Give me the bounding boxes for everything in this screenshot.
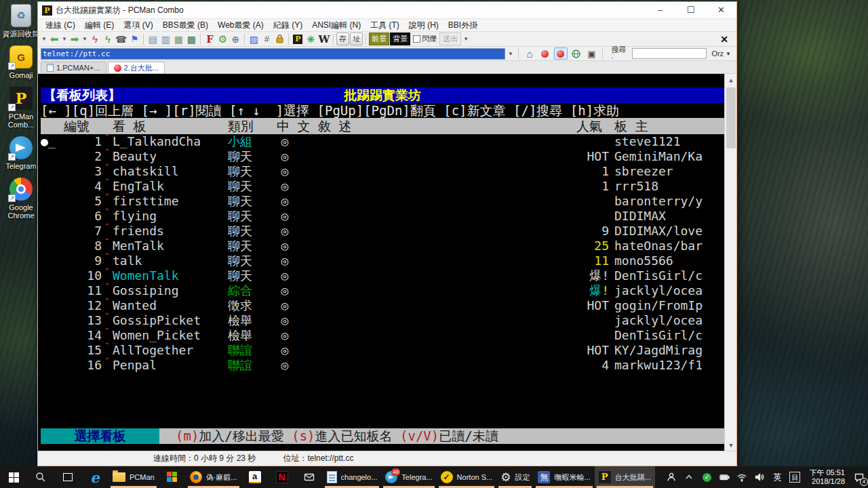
address-input[interactable] (41, 48, 505, 60)
search-input[interactable] (632, 48, 707, 59)
bbs-terminal[interactable]: 批踢踢實業坊 【看板列表】 [← ][q]回上層 [→ ][r]閱讀 [↑ ↓ … (38, 74, 736, 451)
board-row-AllTogether[interactable]: 15˙AllTogether聯誼◎[歐兔] 發文前請先看置底板規喔HOTKY/J… (41, 343, 724, 358)
back-icon[interactable]: ⬅ (48, 33, 60, 45)
board-row-friends[interactable]: 7˙friends聊天◎[朋友] ≫ 違規文直接砍文水桶囉9DIDIMAX/lo… (41, 224, 724, 239)
wifi-icon[interactable] (733, 466, 751, 488)
menu-item-7[interactable]: 工具 (T) (366, 20, 404, 31)
people-icon[interactable] (663, 466, 680, 488)
notification-center-icon[interactable]: 4 (850, 466, 868, 488)
terminal-scrollbar[interactable]: ▲ ▼ (724, 74, 736, 451)
board-row-Beauty[interactable]: 2˙Beauty聊天◎《表特板》意淫文字板規新修訂HOTGeminiMan/Ka (41, 149, 724, 164)
board-row-EngTalk[interactable]: 4˙EngTalk聊天◎Welcome to Engtalk1rrr518 (41, 179, 724, 194)
menu-item-1[interactable]: 編輯 (E) (80, 20, 119, 31)
forward-icon[interactable]: ➡ (68, 33, 81, 45)
menu-item-3[interactable]: BBS最愛 (B) (158, 20, 213, 31)
paste-icon[interactable]: ▦ (172, 33, 184, 45)
board-row-MenTalk[interactable]: 8˙MenTalk聊天◎[男孩] 這裡都是金城武Y(￣▽￣)Y25hateOna… (41, 239, 724, 253)
board-row-L_TalkandCha[interactable]: ●_1˙L_TalkandCha小組◎嗑瓜子聊天組務板steve1121 (41, 134, 724, 149)
board-row-Women_Picket[interactable]: 14˙Women_Picket檢舉◎[女板/檢舉板] 陪審制度試營運中DenTi… (41, 328, 724, 343)
board-row-flying[interactable]: 6˙flying聊天◎忽然變成了希望版似的DIDIMAX (41, 209, 724, 224)
reconnect-icon[interactable]: ϟ (102, 33, 114, 45)
calc-icon[interactable]: # (260, 33, 273, 45)
background-color-button[interactable]: 背景 (390, 33, 410, 45)
close-button[interactable]: ✕ (706, 2, 736, 18)
disconnect-icon[interactable]: ϟ (89, 33, 101, 45)
ime-mode-icon[interactable]: 目 (786, 466, 804, 488)
pcman-logo-icon[interactable]: P (292, 33, 304, 45)
menu-item-9[interactable]: BBI外掛 (443, 20, 482, 31)
menu-item-6[interactable]: ANSI編輯 (N) (307, 20, 366, 31)
board-row-WomenTalk[interactable]: 10˙WomenTalk聊天◎[女板] 板主選舉，投票進行中。爆!DenTisG… (41, 268, 724, 283)
ansi-editor-icon[interactable]: ▨ (248, 33, 260, 45)
desktop-icon-gomaji[interactable]: G↗Gomaji (1, 44, 41, 79)
lock-icon[interactable] (273, 33, 285, 45)
paste-bbs-icon[interactable]: ▩ (185, 33, 197, 45)
back-dropdown-icon[interactable]: ▼ (41, 33, 47, 45)
tab-1-pcman[interactable]: 1.PCMAN+... (41, 62, 106, 73)
desktop-icon-telegram[interactable]: ↗Telegram (1, 135, 41, 170)
address-dropdown-icon[interactable]: ▼ (507, 47, 514, 60)
plugin-icon[interactable]: ✳ (304, 33, 317, 45)
send-button[interactable]: 送出 (439, 33, 461, 45)
scroll-down-icon[interactable]: ▼ (725, 439, 736, 451)
board-row-GossipPicket[interactable]: 13˙GossipPicket檢舉◎[八卦檢舉板]jacklyl/ocea (41, 313, 724, 328)
font-icon[interactable]: F (203, 33, 216, 45)
battery-icon[interactable] (715, 466, 733, 488)
address-kanji-button[interactable]: 址 (350, 33, 363, 45)
copy-icon[interactable]: ▤ (146, 33, 159, 45)
desktop-icon-recycle-bin[interactable]: ♻資源回收筒 (1, 3, 41, 38)
taskbar-clock[interactable]: 下午 05:512018/1/28 (804, 466, 850, 488)
add-bookmark-icon[interactable]: ⚑ (128, 33, 140, 45)
volume-icon[interactable] (751, 466, 768, 488)
maximize-button[interactable]: ☐ (675, 2, 706, 18)
minimize-button[interactable]: – (645, 2, 675, 18)
board-row-talk[interactable]: 9˙talk聊天◎[聊天] 擒人節 (つ●＿●)づ可魯~11mono5566 (41, 253, 724, 268)
terminal-window-icon[interactable]: ▣ (585, 47, 599, 60)
save-kanji-button[interactable]: 存 (336, 33, 349, 45)
toolbar-close-icon[interactable]: ✕ (715, 34, 734, 45)
blink-checkbox[interactable]: 閃爍 (413, 34, 437, 44)
taskbar-pcman-folder[interactable]: PCMan (108, 466, 159, 488)
bbs-site-icon[interactable] (538, 47, 552, 60)
home-icon[interactable]: ⌂ (523, 47, 536, 60)
taskbar-search-button[interactable] (27, 466, 54, 488)
start-button[interactable] (0, 466, 27, 488)
settings-gear-icon[interactable]: ⚙ (216, 33, 229, 45)
board-row-Wanted[interactable]: 12˙Wanted徵求◎[汪踢]版主偽物沒新招 只能mo騷擾HOTgogin/F… (41, 298, 724, 313)
menu-item-8[interactable]: 說明 (H) (404, 20, 443, 31)
taskbar-pcman-app[interactable]: P台大批踢... (595, 466, 655, 488)
taskbar-telegram[interactable]: 40Telegra... (381, 466, 436, 488)
taskbar-norton[interactable]: ✓Norton S... (437, 466, 497, 488)
bbs-site-active-icon[interactable] (554, 47, 568, 60)
board-row-chatskill[interactable]: 3˙chatskill聊天◎[溝通技巧版]1sbreezer (41, 164, 724, 179)
search-engine-dropdown[interactable]: Orz▼ (709, 49, 734, 58)
taskbar-store[interactable] (159, 466, 186, 488)
taskbar-boshiamy[interactable]: 無嘸蝦米輸... (534, 466, 594, 488)
foreground-color-button[interactable]: 前景 (369, 33, 389, 45)
ime-language-indicator[interactable]: 英 (768, 466, 786, 488)
wikipedia-icon[interactable]: W (317, 33, 330, 45)
window-titlebar[interactable]: P 台大批踢踢實業坊 - PCMan Combo – ☐ ✕ (38, 2, 736, 18)
copy-ansi-icon[interactable]: ▥ (159, 33, 172, 45)
send-dropdown-icon[interactable]: ▼ (462, 33, 469, 45)
taskbar-amazon[interactable]: a (241, 466, 269, 488)
antivirus-tray-icon[interactable]: ✓ (698, 466, 715, 488)
menu-item-4[interactable]: Web最愛 (A) (213, 20, 269, 31)
taskbar-edge[interactable]: e (81, 466, 108, 488)
scrollbar-thumb[interactable] (726, 87, 736, 148)
board-row-Penpal[interactable]: 16˙Penpal聯誼◎Penpal4markwu123/f1 (41, 358, 724, 373)
back2-dropdown-icon[interactable]: ▼ (61, 33, 68, 45)
taskbar-netflix[interactable]: N (269, 466, 296, 488)
board-row-Gossiping[interactable]: 11˙Gossiping綜合◎[八卦板] 考生加油!!!爆!jacklyl/oc… (41, 283, 724, 298)
fullscreen-icon[interactable]: ⊕ (229, 33, 241, 45)
task-view-button[interactable] (54, 466, 81, 488)
menu-item-0[interactable]: 連線 (C) (41, 20, 80, 31)
taskbar-changelog[interactable]: changelo... (323, 466, 382, 488)
tab-2-ptt[interactable]: 2.台大批... (108, 62, 165, 73)
hidden-icons-chevron[interactable] (680, 466, 698, 488)
globe-icon[interactable] (570, 47, 583, 60)
menu-item-2[interactable]: 選項 (V) (119, 20, 157, 31)
dial-cancel-icon[interactable]: ☎ (115, 33, 127, 45)
blink-checkbox-box[interactable] (413, 35, 420, 43)
taskbar-mail[interactable] (296, 466, 323, 488)
